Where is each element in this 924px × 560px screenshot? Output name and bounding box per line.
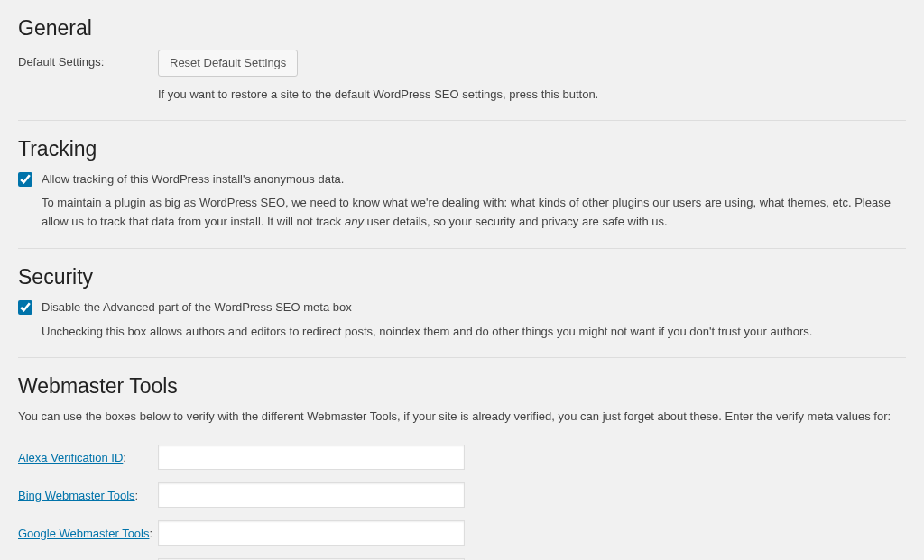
alexa-row: Alexa Verification ID: xyxy=(18,445,906,470)
default-settings-row: Default Settings: Reset Default Settings xyxy=(18,50,906,77)
colon: : xyxy=(123,451,126,464)
security-checkbox-row: Disable the Advanced part of the WordPre… xyxy=(18,298,906,317)
security-description: Unchecking this box allows authors and e… xyxy=(42,323,906,342)
tracking-description: To maintain a plugin as big as WordPress… xyxy=(42,194,906,232)
reset-help-text: If you want to restore a site to the def… xyxy=(158,86,598,104)
security-heading: Security xyxy=(18,265,906,289)
tracking-checkbox-label: Allow tracking of this WordPress install… xyxy=(42,170,344,189)
google-link[interactable]: Google Webmaster Tools xyxy=(18,527,149,540)
divider xyxy=(18,248,906,249)
webmaster-intro: You can use the boxes below to verify wi… xyxy=(18,408,906,427)
reset-default-settings-button[interactable]: Reset Default Settings xyxy=(158,50,298,77)
bing-link[interactable]: Bing Webmaster Tools xyxy=(18,489,135,502)
tracking-heading: Tracking xyxy=(18,137,906,161)
tracking-checkbox[interactable] xyxy=(18,172,32,187)
security-checkbox[interactable] xyxy=(18,300,32,315)
bing-row: Bing Webmaster Tools: xyxy=(18,482,906,508)
security-checkbox-label: Disable the Advanced part of the WordPre… xyxy=(42,298,352,317)
webmaster-tools-heading: Webmaster Tools xyxy=(18,374,906,399)
colon: : xyxy=(135,489,139,502)
general-heading: General xyxy=(18,16,906,41)
default-settings-label: Default Settings: xyxy=(18,50,158,69)
alexa-link[interactable]: Alexa Verification ID xyxy=(18,451,123,464)
colon: : xyxy=(149,527,152,540)
bing-input[interactable] xyxy=(158,482,465,508)
tracking-checkbox-row: Allow tracking of this WordPress install… xyxy=(18,170,906,189)
divider xyxy=(18,357,906,358)
alexa-input[interactable] xyxy=(158,445,465,470)
divider xyxy=(18,120,906,121)
google-input[interactable] xyxy=(158,520,465,546)
google-row: Google Webmaster Tools: xyxy=(18,520,906,546)
